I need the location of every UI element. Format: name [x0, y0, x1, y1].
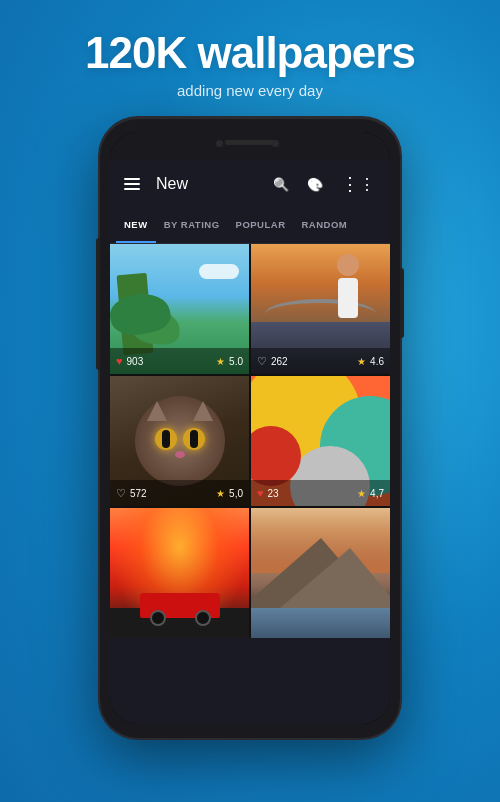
- cell-stats-2: ♡ 262 ★ 4.6: [251, 348, 390, 374]
- like-count-1: 903: [127, 356, 213, 367]
- tab-random[interactable]: RANDOM: [294, 208, 356, 243]
- app-topbar: New ⋮: [110, 160, 390, 208]
- more-options-icon[interactable]: ⋮: [336, 169, 380, 199]
- wallpaper-cell-mountains[interactable]: [251, 508, 390, 638]
- rating-3: 5,0: [229, 488, 243, 499]
- palette-icon[interactable]: [302, 173, 328, 196]
- like-count-3: 572: [130, 488, 212, 499]
- like-count-4: 23: [268, 488, 354, 499]
- car-wheel-right: [195, 610, 211, 626]
- star-icon-1: ★: [216, 356, 225, 367]
- mountain-right: [280, 548, 390, 608]
- star-icon-3: ★: [216, 488, 225, 499]
- wallpaper-cell-car[interactable]: [110, 508, 249, 638]
- hamburger-line-1: [124, 178, 140, 180]
- cell-stats-3: ♡ 572 ★ 5,0: [110, 480, 249, 506]
- header-section: 120K wallpapers adding new every day: [0, 28, 500, 99]
- heart-icon-filled: ♥: [116, 355, 123, 367]
- hamburger-line-3: [124, 188, 140, 190]
- cell-stats-4: ♥ 23 ★ 4,7: [251, 480, 390, 506]
- tab-new[interactable]: NEW: [116, 208, 156, 243]
- rating-4: 4,7: [370, 488, 384, 499]
- hamburger-line-2: [124, 183, 140, 185]
- cloud-decoration: [199, 264, 239, 279]
- heart-icon-outline-2: ♡: [257, 355, 267, 368]
- tab-bar: NEW BY RATING POPULAR RANDOM: [110, 208, 390, 244]
- wallpaper-cell-cat[interactable]: ♡ 572 ★ 5,0: [110, 376, 249, 506]
- main-title: 120K wallpapers: [0, 28, 500, 78]
- camera-right: [272, 140, 279, 147]
- cat-face-decoration: [135, 396, 225, 486]
- app-screen: New ⋮ NEW BY RATING POPULAR RANDOM: [110, 160, 390, 724]
- water-reflection: [251, 608, 390, 638]
- rating-2: 4.6: [370, 356, 384, 367]
- phone-shell: New ⋮ NEW BY RATING POPULAR RANDOM: [100, 118, 400, 738]
- phone-notch: [110, 132, 390, 160]
- heart-icon-outline-3: ♡: [116, 487, 126, 500]
- palm-decoration: [129, 307, 182, 346]
- girl-figure: [320, 254, 375, 344]
- speaker: [225, 140, 275, 145]
- hamburger-menu-button[interactable]: [120, 174, 144, 194]
- phone-mockup: New ⋮ NEW BY RATING POPULAR RANDOM: [100, 118, 400, 738]
- cell-stats-1: ♥ 903 ★ 5.0: [110, 348, 249, 374]
- tab-popular[interactable]: POPULAR: [228, 208, 294, 243]
- car-wheel-left: [150, 610, 166, 626]
- star-icon-4: ★: [357, 488, 366, 499]
- topbar-title: New: [156, 175, 260, 193]
- subtitle: adding new every day: [0, 82, 500, 99]
- star-icon-2: ★: [357, 356, 366, 367]
- like-count-2: 262: [271, 356, 353, 367]
- wallpaper-cell-tropical[interactable]: ♥ 903 ★ 5.0: [110, 244, 249, 374]
- search-icon[interactable]: [268, 173, 294, 196]
- wallpaper-cell-bridge[interactable]: ♡ 262 ★ 4.6: [251, 244, 390, 374]
- wallpaper-grid: ♥ 903 ★ 5.0: [110, 244, 390, 638]
- heart-icon-filled-4: ♥: [257, 487, 264, 499]
- tab-by-rating[interactable]: BY RATING: [156, 208, 228, 243]
- camera-left: [216, 140, 223, 147]
- wallpaper-cell-circles[interactable]: ♥ 23 ★ 4,7: [251, 376, 390, 506]
- rating-1: 5.0: [229, 356, 243, 367]
- phone-screen: New ⋮ NEW BY RATING POPULAR RANDOM: [110, 132, 390, 724]
